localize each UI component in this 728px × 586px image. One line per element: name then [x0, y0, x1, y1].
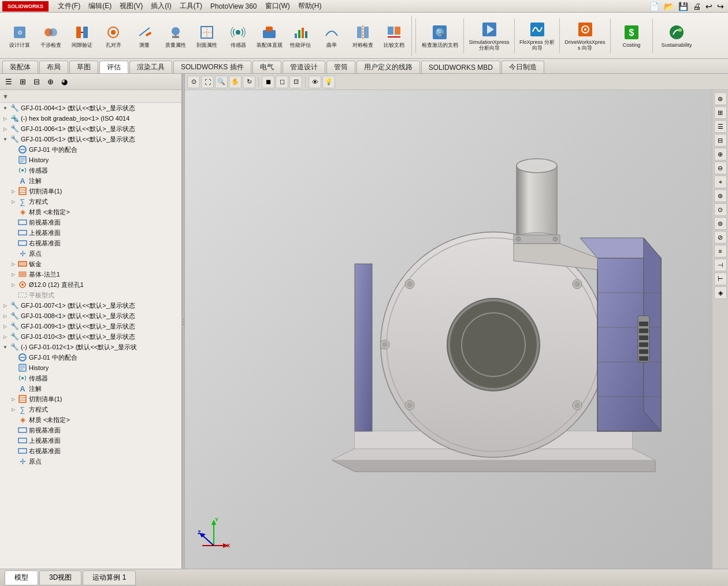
menu-window[interactable]: 窗口(W): [262, 0, 294, 12]
drive-works-button[interactable]: DriveWorksXpress 向导: [563, 17, 607, 54]
toolbar-save-icon[interactable]: 💾: [677, 2, 690, 11]
expand-hole1[interactable]: ▷: [9, 281, 17, 289]
tree-item-gfj008[interactable]: ▷ 🔧 GFJ-01-008<1> (默认<<默认>_显示状态: [0, 311, 181, 321]
tab-plugins[interactable]: SOLIDWORKS 插件: [173, 61, 251, 73]
tree-item-material2[interactable]: ◈ 材质 <未指定>: [0, 415, 181, 425]
tree-item-gfj01-mate[interactable]: GFJ-01 中的配合: [0, 144, 181, 155]
tree-item-history1[interactable]: History: [0, 155, 181, 165]
expand-gfj005[interactable]: ▼: [1, 135, 9, 143]
tab-today[interactable]: 今日制造: [502, 61, 544, 73]
tree-item-gfj012[interactable]: ▼ 🔧 (-) GFJ-01-012<1> (默认<<默认>_显示状: [0, 342, 181, 352]
menu-file[interactable]: 文件(F): [54, 0, 84, 12]
toolbar-undo-icon[interactable]: ↩: [704, 2, 714, 11]
expand-gfj009[interactable]: ▷: [1, 322, 9, 330]
design-calc-button[interactable]: ⚙ 设计计算: [5, 17, 35, 54]
measure-button[interactable]: 测量: [129, 17, 159, 54]
flo-xpress-button[interactable]: FloXpress 分析向导: [518, 17, 556, 54]
expand-equation1[interactable]: ▷: [9, 197, 17, 206]
view-rt-5[interactable]: ⊕: [714, 148, 727, 161]
sensor-button[interactable]: 传感器: [223, 17, 253, 54]
tree-item-right1[interactable]: 右视基准面: [0, 238, 181, 248]
view-rt-12[interactable]: ≡: [714, 245, 727, 257]
interference-button[interactable]: 干涉检查: [36, 17, 66, 54]
view-rt-10[interactable]: ⊚: [714, 217, 727, 230]
tree-item-gfj005[interactable]: ▼ 🔧 GFJ-01-005<1> (默认<<默认>_显示状态: [0, 134, 181, 144]
view-hide-show-btn[interactable]: 👁: [309, 76, 321, 88]
hole-align-button[interactable]: 孔对齐: [98, 17, 128, 54]
status-tab-model[interactable]: 模型: [5, 570, 38, 585]
menu-help[interactable]: 帮助(H): [295, 0, 325, 12]
tree-item-top1[interactable]: 上视基准面: [0, 227, 181, 238]
menu-view[interactable]: 视图(V): [116, 0, 146, 12]
expand-baseflange1[interactable]: ▷: [9, 270, 17, 278]
tree-item-sheetmetal1[interactable]: ▷ 钣金: [0, 259, 181, 269]
tree-item-front2[interactable]: 前视基准面: [0, 425, 181, 435]
view-rt-14[interactable]: ⊢: [714, 273, 727, 285]
tab-electrical[interactable]: 电气: [252, 61, 281, 73]
tab-evaluate[interactable]: 评估: [99, 61, 128, 73]
view-rt-1[interactable]: ⊛: [714, 92, 727, 105]
perf-eval-button[interactable]: 性能评估: [285, 17, 315, 54]
mass-prop-button[interactable]: 质量属性: [161, 17, 191, 54]
tab-mbd[interactable]: SOLIDWORKS MBD: [421, 61, 500, 73]
expand-gfj012[interactable]: ▼: [1, 343, 9, 351]
tab-render[interactable]: 渲染工具: [129, 61, 172, 73]
menu-tools[interactable]: 工具(T): [176, 0, 206, 12]
tree-item-origin2[interactable]: ✛ 原点: [0, 456, 181, 466]
tree-item-hexbolt[interactable]: ▷ 🔩 (-) hex bolt gradeab_iso<1> (ISO 401…: [0, 113, 181, 124]
expand-equation2[interactable]: ▷: [9, 405, 17, 413]
view-rt-13[interactable]: ⊣: [714, 259, 727, 271]
tree-item-material1[interactable]: ◈ 材质 <未指定>: [0, 207, 181, 217]
toolbar-new-icon[interactable]: 📄: [648, 2, 661, 11]
view-wireframe-btn[interactable]: ◻: [276, 76, 288, 88]
check-active-button[interactable]: 🔍 检查激活的文档: [419, 17, 460, 54]
tree-item-front1[interactable]: 前视基准面: [0, 217, 181, 227]
expand-gfj007[interactable]: ▷: [1, 301, 9, 309]
view-orient-btn[interactable]: ⊙: [187, 76, 200, 88]
view-rt-4[interactable]: ⊟: [714, 134, 727, 147]
tree-item-equation2[interactable]: ▷ ∑ 方程式: [0, 404, 181, 415]
view-rt-8[interactable]: ⊛: [714, 189, 727, 202]
tree-item-cutlist2[interactable]: ▷ 切割清单(1): [0, 394, 181, 404]
tab-assemby[interactable]: 装配体: [2, 61, 38, 73]
tree-list-btn[interactable]: ☰: [2, 76, 15, 88]
tree-item-sensor1[interactable]: 传感器: [0, 165, 181, 176]
view-rotate-btn[interactable]: ↻: [243, 76, 255, 88]
view-rt-6[interactable]: ⊖: [714, 162, 727, 174]
tree-item-right2[interactable]: 右视基准面: [0, 446, 181, 456]
menu-edit[interactable]: 编辑(E): [85, 0, 115, 12]
sustainability-button[interactable]: Sustainability: [656, 17, 697, 54]
tree-item-history2[interactable]: History: [0, 363, 181, 373]
tree-item-top2[interactable]: 上视基准面: [0, 435, 181, 446]
tree-item-cutlist1[interactable]: ▷ 切割清单(1): [0, 186, 181, 196]
tree-item-sensor2[interactable]: 传感器: [0, 373, 181, 383]
toolbar-redo-icon[interactable]: ↪: [715, 2, 726, 11]
tree-item-gfj01-mate-2[interactable]: GFJ-01 中的配合: [0, 352, 181, 363]
view-rt-3[interactable]: ☰: [714, 120, 727, 133]
assembly-button[interactable]: 装配体直观: [254, 17, 284, 54]
tree-pie-btn[interactable]: ◕: [58, 76, 70, 88]
tree-item-equation1[interactable]: ▷ ∑ 方程式: [0, 196, 181, 207]
view-rt-2[interactable]: ⊞: [714, 106, 727, 119]
tab-sketch[interactable]: 草图: [69, 61, 98, 73]
view-zoom-btn[interactable]: 🔍: [215, 76, 228, 88]
tree-item-annotation2[interactable]: A 注解: [0, 383, 181, 394]
expand-gfj008[interactable]: ▷: [1, 312, 9, 320]
status-tab-motion[interactable]: 运动算例 1: [83, 570, 136, 585]
expand-hexbolt[interactable]: ▷: [1, 114, 9, 122]
tree-item-hole1[interactable]: ▷ Ø12.0 (12) 直径孔1: [0, 279, 181, 290]
tree-item-gfj006[interactable]: ▷ 🔧 GFJ-01-006<1> (默认<<默认>_显示状态: [0, 124, 181, 134]
symmetry-button[interactable]: 对称检查: [348, 17, 378, 54]
toolbar-print-icon[interactable]: 🖨: [691, 2, 703, 11]
tab-piping[interactable]: 管道设计: [283, 61, 325, 73]
tab-tube[interactable]: 管筒: [326, 61, 355, 73]
sim-xpress-button[interactable]: SimulationXpress 分析向导: [467, 17, 511, 54]
expand-cutlist1[interactable]: ▷: [9, 187, 17, 195]
view-pan-btn[interactable]: ✋: [229, 76, 242, 88]
view-rt-7[interactable]: ⌖: [714, 176, 727, 188]
view-section-btn[interactable]: ⊡: [289, 76, 302, 88]
expand-gfj010[interactable]: ▷: [1, 333, 9, 341]
section-prop-button[interactable]: 剖面属性: [192, 17, 222, 54]
expand-gfj004[interactable]: ▼: [1, 104, 9, 112]
view-render-btn[interactable]: 💡: [322, 76, 335, 88]
